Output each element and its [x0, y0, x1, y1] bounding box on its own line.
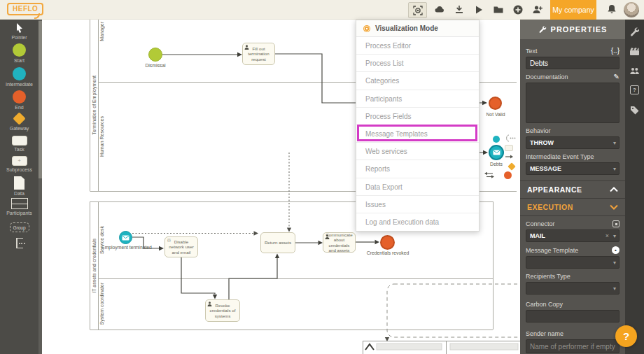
main-menu-dropdown: Visualization Mode Process Editor Proces…	[356, 20, 479, 232]
download-button[interactable]	[454, 4, 465, 15]
tags-tab-button[interactable]	[629, 105, 640, 115]
help-button[interactable]: ?	[615, 325, 637, 347]
publish-button[interactable]	[434, 4, 445, 15]
task-revoke-credentials[interactable]: Revoke credentials of systems	[205, 299, 240, 322]
intermediate-event-icon	[13, 67, 26, 80]
menu-item-process-editor[interactable]: Process Editor	[356, 37, 479, 55]
start-event-employment-terminated[interactable]	[119, 231, 132, 244]
end-event-credentials-revoked[interactable]	[380, 235, 395, 250]
event-type-select[interactable]: MESSAGE▾	[526, 162, 620, 175]
recipients-type-label: Recipients Type	[526, 273, 570, 280]
download-icon	[454, 4, 465, 15]
palette-data[interactable]: Data	[0, 176, 38, 196]
documentation-textarea[interactable]	[526, 83, 620, 123]
invite-user-button[interactable]	[532, 4, 543, 15]
connector-select[interactable]: MAIL×▾	[526, 229, 620, 242]
clear-icon[interactable]: ×	[606, 232, 609, 239]
appearance-section-header[interactable]: APPEARANCE	[520, 180, 625, 199]
highlight-box	[357, 125, 477, 141]
menu-item-process-fields[interactable]: Process Fields	[356, 108, 479, 125]
connector-label: Connector	[526, 220, 555, 227]
message-icon	[122, 235, 130, 241]
palette-participants[interactable]: Participants	[0, 198, 38, 215]
palette-intermediate[interactable]: Intermediate	[0, 67, 38, 87]
properties-tab-button[interactable]	[629, 27, 640, 37]
palette-end[interactable]: End	[0, 90, 38, 110]
heflo-logo[interactable]: HEFLO	[7, 3, 43, 15]
user-avatar[interactable]	[624, 2, 639, 17]
chevron-down-icon	[610, 204, 618, 210]
carbon-copy-input[interactable]	[526, 310, 620, 323]
palette-gateway[interactable]: Gateway	[0, 113, 38, 131]
palette-start[interactable]: Start	[0, 43, 38, 63]
user-task-icon	[207, 302, 212, 306]
lane-label-service-desk: Service desk	[98, 201, 106, 278]
chevron-up-icon	[610, 187, 618, 192]
task-disable-network[interactable]: {i} Disable network user and email	[164, 236, 198, 257]
sender-name-label: Sender name	[526, 330, 564, 337]
palette-subprocess[interactable]: + Subprocess	[0, 156, 38, 172]
quick-add-end-icon[interactable]	[504, 171, 512, 179]
participants-tab-button[interactable]	[629, 66, 640, 76]
chevron-down-icon: ▾	[613, 140, 616, 146]
expand-pool-chevron-icon[interactable]	[365, 344, 374, 350]
participants-icon	[11, 198, 28, 209]
menu-item-log-execution[interactable]: Log and Execution data	[356, 213, 479, 231]
edit-pencil-icon[interactable]: ✎	[614, 73, 620, 80]
task-return-assets[interactable]: Return assets	[260, 232, 295, 253]
message-template-select[interactable]: ▾	[526, 256, 620, 269]
company-button[interactable]: My company	[550, 0, 596, 20]
start-event-dismissal[interactable]	[148, 48, 162, 62]
task-communicate[interactable]: Communicate about credentials and assets	[323, 232, 356, 253]
text-input[interactable]	[526, 57, 620, 69]
connector-settings-icon[interactable]	[612, 220, 620, 227]
wrench-icon	[629, 27, 640, 37]
task-icon	[12, 136, 27, 146]
scenario-tab-button[interactable]	[629, 46, 640, 57]
behavior-label: Behavior	[526, 127, 551, 134]
simulate-button[interactable]	[473, 4, 484, 15]
menu-item-categories[interactable]: Categories	[356, 72, 479, 90]
heflo-app: Termination of Employment Manager Human …	[0, 0, 644, 354]
add-template-icon[interactable]: •	[612, 246, 620, 254]
chevron-down-icon: ▾	[613, 166, 616, 172]
menu-item-data-export[interactable]: Data Export	[356, 178, 479, 196]
menu-item-web-services[interactable]: Web services	[356, 143, 479, 160]
quick-add-task-icon[interactable]	[505, 145, 513, 151]
palette-pointer[interactable]: Pointer	[0, 22, 38, 40]
menu-item-participants[interactable]: Participants	[356, 90, 479, 108]
behavior-select[interactable]: THROW▾	[526, 136, 620, 149]
menu-item-issues[interactable]: Issues	[356, 196, 479, 213]
lane-label-manager: Manager	[98, 20, 106, 43]
pointer-icon	[15, 22, 24, 34]
notifications-button[interactable]	[606, 3, 617, 15]
task-fill-out-termination[interactable]: Fill out termination request	[242, 43, 275, 65]
visualization-mode-button[interactable]	[408, 2, 427, 18]
palette-annotation[interactable]	[0, 238, 38, 248]
recipients-type-select[interactable]: ▾	[526, 282, 620, 295]
execution-section-header[interactable]: EXECUTION	[520, 199, 625, 216]
palette-group[interactable]: Group	[0, 222, 38, 232]
start-event-icon	[13, 43, 26, 57]
library-button[interactable]	[493, 4, 504, 15]
intermediate-event-debts[interactable]	[489, 145, 504, 160]
menu-item-reports[interactable]: Reports	[356, 160, 479, 178]
event-type-label: Intermediate Event Type	[526, 153, 594, 160]
lane-label-human-resources: Human Resources	[98, 82, 106, 191]
user-task-icon	[325, 234, 330, 239]
annotation-icon[interactable]	[507, 135, 509, 141]
palette-scrollbar-thumb[interactable]	[38, 21, 42, 178]
group-icon: Group	[10, 222, 29, 232]
script-marker: {i}	[167, 238, 171, 242]
menu-header-visualization-mode[interactable]: Visualization Mode	[356, 20, 479, 37]
palette-task[interactable]: Task	[0, 136, 38, 152]
aperture-icon	[412, 5, 424, 16]
add-button[interactable]	[512, 4, 524, 15]
quick-add-intermediate-icon[interactable]	[493, 136, 500, 143]
insert-field-icon[interactable]: {..}	[611, 48, 620, 55]
end-event-not-valid[interactable]	[489, 97, 502, 110]
documentation-label: Documentation	[526, 73, 568, 80]
sender-name-input[interactable]	[526, 339, 620, 353]
menu-item-process-list[interactable]: Process List	[356, 55, 479, 72]
help-tab-button[interactable]: ?	[630, 85, 640, 96]
